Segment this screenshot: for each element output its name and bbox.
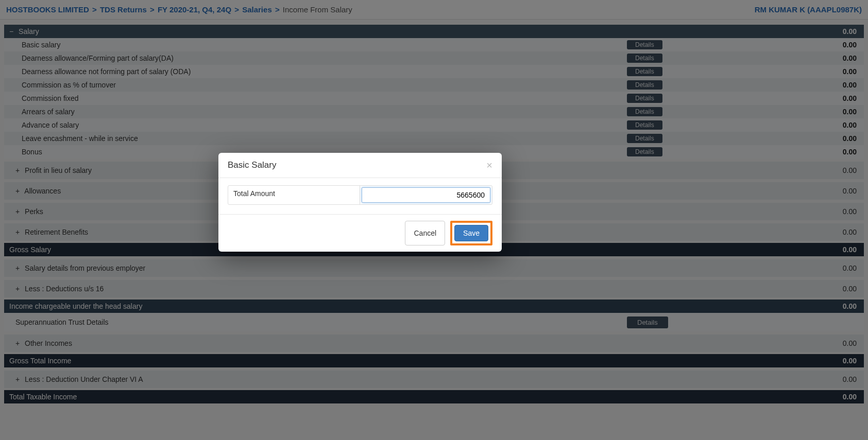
close-icon[interactable]: × xyxy=(486,160,492,170)
modal-title: Basic Salary xyxy=(228,160,276,170)
cancel-button[interactable]: Cancel xyxy=(405,221,445,245)
total-amount-label: Total Amount xyxy=(228,186,360,204)
save-button[interactable]: Save xyxy=(454,225,488,241)
basic-salary-modal: Basic Salary × Total Amount Cancel Save xyxy=(218,153,502,252)
save-highlight-box: Save xyxy=(450,221,492,245)
total-amount-input[interactable] xyxy=(362,187,490,203)
